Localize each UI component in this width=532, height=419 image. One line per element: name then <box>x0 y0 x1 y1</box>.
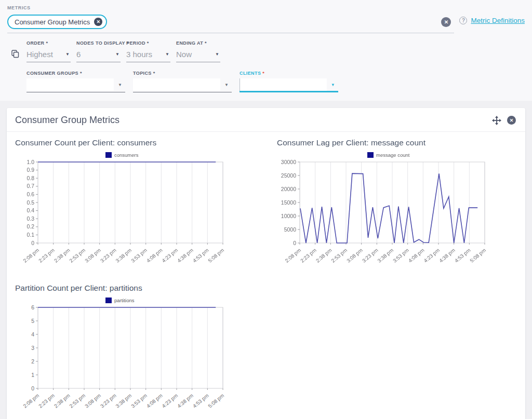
clear-metrics-button[interactable]: ✕ <box>441 17 451 27</box>
svg-text:5:08 pm: 5:08 pm <box>207 247 225 264</box>
filters: ORDER * Highest▼ NODES TO DISPLAY * 6▼ P… <box>7 40 525 92</box>
svg-text:4:08 pm: 4:08 pm <box>145 393 164 409</box>
chevron-down-icon[interactable]: ▼ <box>118 83 122 87</box>
ending-at-select[interactable]: ENDING AT * Now▼ <box>176 40 220 62</box>
svg-text:3:23 pm: 3:23 pm <box>361 247 379 264</box>
close-panel-icon[interactable]: ✕ <box>507 116 516 125</box>
svg-text:3:08 pm: 3:08 pm <box>345 247 364 264</box>
svg-text:3:53 pm: 3:53 pm <box>130 247 148 264</box>
metric-chip-label: Consumer Group Metrics <box>15 18 90 26</box>
svg-text:10000: 10000 <box>281 213 296 219</box>
chart-title: Consumer Count per Client: consumers <box>15 138 255 147</box>
consumer-groups-label: CONSUMER GROUPS <box>26 71 78 76</box>
topics-combobox[interactable]: TOPICS * ▼ <box>133 71 232 92</box>
clients-combobox[interactable]: CLIENTS * ▼ <box>240 71 338 92</box>
svg-text:3:38 pm: 3:38 pm <box>115 247 133 264</box>
svg-text:30000: 30000 <box>281 159 296 165</box>
svg-text:0.8: 0.8 <box>26 175 34 181</box>
nodes-to-display-select[interactable]: NODES TO DISPLAY * 6▼ <box>76 40 121 62</box>
svg-text:0: 0 <box>31 385 34 391</box>
period-label: PERIOD <box>126 40 145 46</box>
chart-canvas: 00.10.20.30.40.50.60.70.80.91.02:08 pm2:… <box>13 151 242 271</box>
chevron-down-icon[interactable]: ▼ <box>65 52 70 57</box>
metrics-multiselect-input[interactable]: Consumer Group Metrics ✕ ✕ <box>7 15 454 33</box>
svg-text:4:53 pm: 4:53 pm <box>192 247 210 264</box>
svg-text:1.0: 1.0 <box>26 159 34 165</box>
svg-text:25000: 25000 <box>281 172 296 179</box>
svg-text:3:08 pm: 3:08 pm <box>84 393 102 409</box>
panel-title: Consumer Group Metrics <box>15 115 119 126</box>
svg-text:4:23 pm: 4:23 pm <box>161 247 179 264</box>
dashboard-area: Consumer Group Metrics ✕ Consumer C <box>0 101 532 419</box>
svg-text:0.4: 0.4 <box>26 207 34 213</box>
svg-text:3: 3 <box>31 345 34 351</box>
help-icon[interactable]: ? <box>459 17 467 24</box>
svg-text:5:08 pm: 5:08 pm <box>469 247 487 264</box>
nodes-value: 6 <box>76 50 81 59</box>
move-panel-icon[interactable] <box>492 116 501 125</box>
chevron-down-icon[interactable]: ▼ <box>165 52 169 57</box>
chart-partition-count: Partition Count per Client: partitions 0… <box>13 283 255 416</box>
svg-text:2:38 pm: 2:38 pm <box>315 247 333 264</box>
svg-text:consumers: consumers <box>114 152 139 158</box>
svg-text:2:08 pm: 2:08 pm <box>284 247 302 264</box>
metric-definitions-group: ? Metric Definitions <box>459 15 525 24</box>
svg-text:2:23 pm: 2:23 pm <box>37 393 56 409</box>
svg-text:2:53 pm: 2:53 pm <box>69 393 87 409</box>
ending-at-label: ENDING AT <box>176 40 203 46</box>
chevron-down-icon[interactable]: ▼ <box>224 83 229 87</box>
chart-canvas: 01234562:08 pm2:23 pm2:38 pm2:53 pm3:08 … <box>13 296 242 416</box>
consumer-groups-combobox[interactable]: CONSUMER GROUPS * ▼ <box>26 71 125 92</box>
order-select[interactable]: ORDER * Highest▼ <box>26 40 71 62</box>
svg-text:2:23 pm: 2:23 pm <box>299 247 317 264</box>
metric-definitions-link[interactable]: Metric Definitions <box>471 17 525 24</box>
svg-text:2:53 pm: 2:53 pm <box>69 247 87 264</box>
svg-text:3:38 pm: 3:38 pm <box>377 247 395 264</box>
chart-consumer-count: Consumer Count per Client: consumers 00.… <box>13 138 255 271</box>
svg-text:2:38 pm: 2:38 pm <box>53 393 71 409</box>
ending-at-value: Now <box>176 50 192 59</box>
svg-text:15000: 15000 <box>281 199 296 206</box>
clients-label: CLIENTS <box>240 71 261 76</box>
filter-row-2: CONSUMER GROUPS * ▼ TOPICS * ▼ CLIENTS * <box>26 71 525 92</box>
svg-text:0.5: 0.5 <box>26 199 34 206</box>
svg-text:5:08 pm: 5:08 pm <box>207 393 225 409</box>
chart-title: Partition Count per Client: partitions <box>15 283 255 293</box>
svg-text:4: 4 <box>31 331 34 337</box>
consumer-groups-input[interactable] <box>26 78 114 91</box>
nodes-label: NODES TO DISPLAY <box>76 40 125 46</box>
svg-text:4:23 pm: 4:23 pm <box>423 247 441 264</box>
clients-input[interactable] <box>240 78 327 91</box>
svg-text:3:38 pm: 3:38 pm <box>115 393 133 409</box>
period-select[interactable]: PERIOD * 3 hours▼ <box>126 40 170 62</box>
chevron-down-icon[interactable]: ▼ <box>115 52 119 57</box>
topics-input[interactable] <box>133 78 220 91</box>
copy-icon[interactable] <box>11 50 19 92</box>
svg-text:2:38 pm: 2:38 pm <box>53 247 71 264</box>
svg-text:4:08 pm: 4:08 pm <box>145 247 164 264</box>
svg-text:0: 0 <box>31 240 34 246</box>
chip-remove-icon[interactable]: ✕ <box>94 18 102 26</box>
svg-text:message count: message count <box>376 152 410 158</box>
svg-text:0.2: 0.2 <box>26 223 34 229</box>
chevron-down-icon[interactable]: ▼ <box>215 52 219 57</box>
metric-chip[interactable]: Consumer Group Metrics ✕ <box>7 15 107 29</box>
chart-title: Consumer Lag per Client: message count <box>277 138 517 147</box>
svg-text:2: 2 <box>31 358 34 364</box>
svg-text:4:38 pm: 4:38 pm <box>438 247 456 264</box>
svg-text:3:08 pm: 3:08 pm <box>84 247 102 264</box>
svg-text:0.1: 0.1 <box>26 232 34 238</box>
metrics-select-row: Consumer Group Metrics ✕ ✕ ? Metric Defi… <box>7 15 525 33</box>
chevron-down-icon[interactable]: ▼ <box>331 83 335 87</box>
svg-text:4:53 pm: 4:53 pm <box>192 393 210 409</box>
metrics-panel: Consumer Group Metrics ✕ Consumer C <box>7 108 525 419</box>
svg-text:2:08 pm: 2:08 pm <box>22 247 41 264</box>
svg-text:0: 0 <box>293 240 296 246</box>
chart-canvas: 0500010000150002000025000300002:08 pm2:2… <box>275 151 503 271</box>
svg-text:4:38 pm: 4:38 pm <box>176 247 194 264</box>
svg-text:4:23 pm: 4:23 pm <box>161 393 179 409</box>
svg-text:1: 1 <box>31 372 34 378</box>
period-value: 3 hours <box>126 50 152 59</box>
svg-text:0.9: 0.9 <box>26 167 34 173</box>
topics-label: TOPICS <box>133 71 152 76</box>
